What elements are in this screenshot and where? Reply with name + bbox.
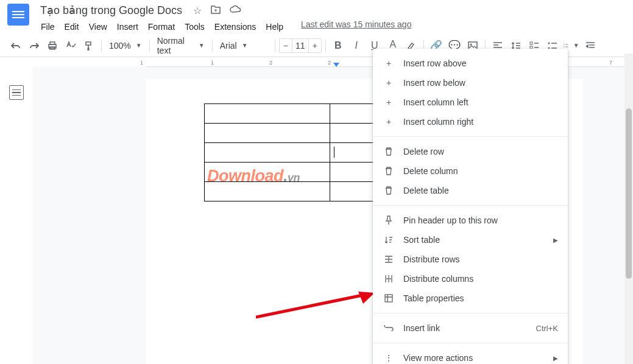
pin-icon	[383, 214, 395, 226]
menu-edit[interactable]: Edit	[60, 19, 83, 34]
table-cell[interactable]	[205, 163, 330, 182]
document-table[interactable]	[204, 103, 374, 201]
menu-format[interactable]: Format	[144, 19, 179, 34]
table-cell[interactable]	[205, 143, 330, 163]
cloud-status-icon[interactable]	[230, 5, 242, 16]
bold-button[interactable]: B	[330, 37, 347, 54]
document-title[interactable]: Tạo bảng trong Google Docs	[37, 2, 186, 18]
menu-sort-table[interactable]: Sort table ▶	[373, 230, 568, 250]
distribute-rows-icon	[383, 253, 395, 265]
menu-delete-table[interactable]: Delete table	[373, 181, 568, 200]
table-row	[205, 182, 374, 201]
menu-help[interactable]: Help	[261, 19, 288, 34]
table-cell-active[interactable]	[330, 143, 374, 163]
plus-icon: +	[383, 57, 395, 69]
menubar: File Edit View Insert Format Tools Exten…	[37, 19, 626, 34]
font-size-increase[interactable]: +	[309, 39, 321, 52]
trash-icon	[383, 184, 395, 197]
ruler-tick: 1	[140, 60, 143, 66]
menu-view[interactable]: View	[85, 19, 111, 34]
outline-toggle-icon[interactable]	[9, 85, 24, 100]
menu-insert-link[interactable]: Insert link Ctrl+K	[373, 318, 568, 338]
svg-rect-5	[530, 42, 532, 44]
menu-delete-column[interactable]: Delete column	[373, 161, 568, 181]
font-size-control: − 11 +	[279, 38, 322, 53]
print-button[interactable]	[44, 37, 61, 54]
svg-rect-1	[50, 42, 55, 44]
outline-panel	[0, 67, 33, 364]
sort-icon	[383, 234, 395, 246]
table-cell[interactable]	[330, 124, 374, 143]
menu-pin-header[interactable]: Pin header up to this row	[373, 211, 568, 230]
table-cell[interactable]	[330, 163, 374, 182]
svg-text:2: 2	[564, 46, 565, 48]
font-size-input[interactable]: 11	[292, 39, 309, 52]
table-icon	[383, 292, 395, 304]
paint-format-button[interactable]	[80, 37, 97, 54]
italic-button[interactable]: I	[348, 37, 365, 54]
menu-file[interactable]: File	[37, 19, 59, 34]
menu-view-more-actions[interactable]: ⋮ View more actions ▶	[373, 348, 568, 364]
menu-table-properties[interactable]: Table properties	[373, 289, 568, 308]
move-icon[interactable]	[210, 5, 221, 16]
plus-icon: +	[383, 96, 395, 108]
menu-separator	[373, 343, 568, 343]
menu-distribute-columns[interactable]: Distribute columns	[373, 269, 568, 289]
scrollbar-thumb[interactable]	[626, 108, 632, 279]
docs-logo-icon[interactable]	[7, 4, 29, 26]
menu-separator	[373, 313, 568, 313]
paragraph-style-select[interactable]: Normal text▼	[154, 38, 208, 53]
menu-separator	[373, 205, 568, 206]
table-context-menu: + Insert row above + Insert row below + …	[373, 49, 568, 364]
menu-insert-column-left[interactable]: + Insert column left	[373, 93, 568, 112]
menu-insert-row-below[interactable]: + Insert row below	[373, 73, 568, 93]
table-cell[interactable]	[330, 182, 374, 201]
menu-insert-row-above[interactable]: + Insert row above	[373, 54, 568, 73]
font-select[interactable]: Arial▼	[216, 38, 271, 53]
vertical-scrollbar[interactable]	[624, 54, 633, 364]
spellcheck-button[interactable]	[62, 37, 79, 54]
star-icon[interactable]: ☆	[193, 5, 202, 16]
text-cursor	[334, 147, 334, 158]
table-cell[interactable]	[205, 182, 330, 201]
table-row	[205, 104, 374, 124]
svg-rect-6	[530, 46, 532, 49]
svg-point-7	[548, 42, 550, 44]
zoom-select[interactable]: 100%▼	[105, 38, 146, 53]
table-row	[205, 124, 374, 143]
table-cell[interactable]	[205, 104, 330, 124]
distribute-columns-icon	[383, 273, 395, 285]
svg-rect-3	[469, 42, 477, 49]
menu-insert[interactable]: Insert	[113, 19, 143, 34]
menu-distribute-rows[interactable]: Distribute rows	[373, 250, 568, 269]
plus-icon: +	[383, 116, 395, 128]
trash-icon	[383, 145, 395, 158]
shortcut-label: Ctrl+K	[536, 324, 558, 333]
table-row	[205, 163, 374, 182]
submenu-arrow-icon: ▶	[553, 237, 558, 243]
svg-point-4	[470, 43, 472, 45]
menu-extensions[interactable]: Extensions	[210, 19, 260, 34]
svg-line-11	[256, 295, 362, 317]
decrease-indent-button[interactable]	[582, 37, 599, 54]
redo-button[interactable]	[26, 37, 43, 54]
svg-marker-12	[358, 292, 375, 304]
font-size-decrease[interactable]: −	[280, 39, 292, 52]
table-cell[interactable]	[330, 104, 374, 124]
link-icon	[383, 322, 395, 334]
menu-delete-row[interactable]: Delete row	[373, 142, 568, 161]
menu-separator	[373, 136, 568, 137]
last-edit-link[interactable]: Last edit was 15 minutes ago	[301, 19, 411, 34]
ruler-tick: 7	[609, 60, 612, 66]
table-row	[205, 143, 374, 163]
trash-icon	[383, 165, 395, 177]
undo-button[interactable]	[7, 37, 24, 54]
ruler-tick: 2	[328, 60, 331, 66]
menu-tools[interactable]: Tools	[180, 19, 209, 34]
plus-icon: +	[383, 77, 395, 89]
table-cell[interactable]	[205, 124, 330, 143]
menu-insert-column-right[interactable]: + Insert column right	[373, 112, 568, 131]
app-header: Tạo bảng trong Google Docs ☆ File Edit V…	[0, 0, 633, 34]
svg-rect-13	[385, 295, 392, 302]
annotation-arrow-icon	[256, 290, 378, 321]
